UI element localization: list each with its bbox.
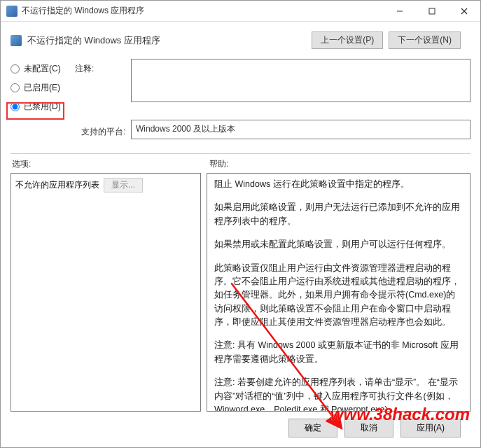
titlebar: 不运行指定的 Windows 应用程序 — [1, 1, 480, 22]
close-button[interactable] — [448, 1, 480, 21]
radio-disabled-input[interactable] — [11, 102, 20, 111]
radio-enabled-input[interactable] — [11, 83, 20, 92]
maximize-button[interactable] — [416, 1, 448, 21]
footer: 确定 取消 应用(A) — [11, 412, 470, 447]
help-p3: 如果禁用或未配置此策略设置，则用户可以运行任何程序。 — [214, 238, 463, 251]
comment-label: 注释: — [75, 59, 131, 75]
radio-enabled-label: 已启用(E) — [24, 82, 60, 94]
help-p6: 注意: 若要创建允许的应用程序列表，请单击“显示”。 在“显示内容”对话框的“值… — [214, 376, 463, 412]
options-panel: 不允许的应用程序列表 显示... — [11, 173, 201, 412]
app-icon — [6, 6, 18, 17]
header: 不运行指定的 Windows 应用程序 上一个设置(P) 下一个设置(N) — [1, 22, 480, 53]
radio-not-configured-input[interactable] — [11, 64, 20, 74]
divider — [11, 153, 470, 154]
window-title: 不运行指定的 Windows 应用程序 — [22, 5, 144, 17]
state-radio-group: 未配置(C) 已启用(E) 已禁用(D) — [11, 59, 75, 113]
ok-button[interactable]: 确定 — [288, 419, 337, 438]
prev-setting-button[interactable]: 上一个设置(P) — [312, 31, 383, 49]
radio-disabled-label: 已禁用(D) — [24, 101, 61, 113]
radio-enabled[interactable]: 已启用(E) — [11, 82, 75, 94]
dialog-window: 不运行指定的 Windows 应用程序 不运行指定的 Windows 应用程序 … — [0, 0, 481, 448]
disallowed-list-label: 不允许的应用程序列表 — [15, 179, 99, 191]
show-button[interactable]: 显示... — [104, 178, 143, 192]
minimize-button[interactable] — [384, 1, 416, 21]
help-p1: 阻止 Windows 运行在此策略设置中指定的程序。 — [214, 178, 463, 191]
apply-button[interactable]: 应用(A) — [400, 419, 461, 438]
help-p4: 此策略设置仅阻止用户运行由文件资源管理器进程启动的程序。它不会阻止用户运行由系统… — [214, 262, 463, 330]
policy-title: 不运行指定的 Windows 应用程序 — [27, 34, 312, 47]
radio-not-configured-label: 未配置(C) — [24, 63, 61, 75]
next-setting-button[interactable]: 下一个设置(N) — [389, 31, 461, 49]
policy-icon — [11, 35, 22, 46]
cancel-button[interactable]: 取消 — [344, 419, 393, 438]
help-p5: 注意: 具有 Windows 2000 或更新版本证书的非 Microsoft … — [214, 339, 463, 366]
supported-on-label: 支持的平台: — [11, 122, 131, 138]
help-p2: 如果启用此策略设置，则用户无法运行已添加到不允许的应用程序列表中的程序。 — [214, 201, 463, 228]
help-label: 帮助: — [205, 158, 470, 170]
radio-disabled[interactable]: 已禁用(D) — [11, 101, 75, 113]
help-panel: 阻止 Windows 运行在此策略设置中指定的程序。 如果启用此策略设置，则用户… — [207, 173, 470, 412]
comment-textarea[interactable] — [131, 59, 470, 102]
options-label: 选项: — [11, 158, 205, 170]
supported-on-value: Windows 2000 及以上版本 — [131, 120, 470, 139]
radio-not-configured[interactable]: 未配置(C) — [11, 63, 75, 75]
svg-rect-1 — [429, 8, 435, 14]
